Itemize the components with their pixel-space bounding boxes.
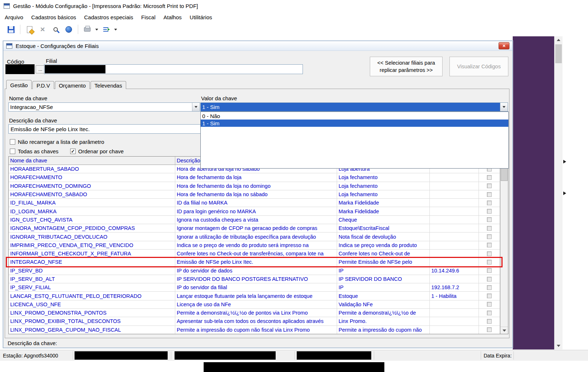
table-row[interactable]: LANCAR_ESTQ_FLUTUANTE_PELO_DETERIORADOLa…: [9, 292, 500, 300]
dropdown-option[interactable]: 0 - Não: [201, 112, 508, 120]
print-dropdown-button[interactable]: [94, 24, 100, 35]
menu-utilitarios[interactable]: Utilitários: [186, 12, 216, 22]
row-checkbox[interactable]: [487, 285, 492, 290]
checkbox-todas-as-chaves[interactable]: Todas as chaves: [10, 148, 59, 154]
row-checkbox[interactable]: [487, 201, 492, 205]
table-cell: IGN_CUST_CHQ_AVISTA: [9, 216, 175, 224]
table-row[interactable]: IGN_CUST_CHQ_AVISTAIgnora na custodia ch…: [9, 216, 500, 224]
view-codes-button[interactable]: Visualizar Códigos: [449, 57, 508, 76]
row-checkbox[interactable]: [487, 217, 492, 222]
tab-televendas[interactable]: Televendas: [91, 81, 126, 89]
table-row[interactable]: IGNORAR_TRIBUTACAO_DEVOLUCAOIgnorar a ut…: [9, 232, 500, 241]
scroll-down-icon[interactable]: [500, 327, 508, 334]
scrollbar-thumb[interactable]: [555, 44, 562, 63]
table-row[interactable]: INFORMAR_LOTE_CHECKOUT_X_PRE_FATURAConfe…: [9, 250, 500, 258]
table-row[interactable]: IMPRIMIR_PRECO_VENDA_ETIQ_PRE_VENCIDOInd…: [9, 241, 500, 250]
table-cell: ID_FILIAL_MARKA: [9, 199, 175, 207]
menu-atalhos[interactable]: Atalhos: [160, 12, 186, 22]
dropdown-option[interactable]: 1 - Sim: [201, 120, 508, 127]
table-row[interactable]: LINX_PROMO_EXIBIR_TOTAL_DESCONTOSApresen…: [9, 317, 500, 326]
table-cell: Ignorar a utilização de tributação espec…: [175, 232, 337, 240]
table-row[interactable]: IP_SERV_BDIP do servidor de dadosIP10.14…: [9, 267, 500, 275]
table-row[interactable]: HORAFECHAMENTO_SABADOHora de fechamento …: [9, 190, 500, 199]
table-cell: Confere lotes no Check-out de: [337, 250, 430, 258]
grid-scrollbar[interactable]: [500, 157, 508, 334]
menu-fiscal[interactable]: Fiscal: [137, 12, 159, 22]
row-checkbox[interactable]: [487, 277, 492, 282]
row-checkbox[interactable]: [487, 226, 492, 231]
checkbox-nao-recarregar[interactable]: Não recarregar a lista de parâmetro: [10, 139, 104, 145]
codigo-field[interactable]: [5, 64, 35, 74]
table-row[interactable]: ID_FILIAL_MARKAID da filial no MARKAMark…: [9, 199, 500, 207]
key-name-combo[interactable]: Integracao_NFSe: [8, 102, 200, 112]
menu-cadastros-basicos[interactable]: Cadastros básicos: [27, 12, 80, 22]
table-cell: LANCAR_ESTQ_FLUTUANTE_PELO_DETERIORADO: [9, 292, 175, 300]
row-checkbox[interactable]: [487, 268, 492, 273]
table-row[interactable]: IP_SERV_FILIALIP do servidor da filialIP…: [9, 283, 500, 292]
row-flag-cell: [479, 275, 500, 283]
row-checkbox[interactable]: [487, 327, 492, 332]
dialog-title: Estoque - Configurações de Filiais: [16, 43, 99, 49]
row-checkbox[interactable]: [487, 294, 492, 298]
table-row[interactable]: LINX_PROMO_DEMONSTRA_PONTOSPermite a dem…: [9, 309, 500, 317]
row-checkbox[interactable]: [487, 192, 492, 197]
chevron-down-icon[interactable]: [192, 103, 200, 111]
row-checkbox[interactable]: [487, 234, 492, 239]
row-checkbox[interactable]: [487, 319, 492, 324]
table-cell: IP_SERV_BD_ALT: [9, 275, 175, 283]
dialog-titlebar[interactable]: Estoque - Configurações de Filiais ✕: [3, 41, 512, 51]
tab-gestao[interactable]: Gestão: [6, 80, 32, 89]
table-cell: [430, 250, 479, 258]
table-row[interactable]: INTEGRACAO_NFSEEmissão de NFSe pelo Linx…: [9, 258, 500, 266]
search-icon: [53, 27, 58, 32]
table-row[interactable]: HORAFECHAMENTOHora de fechamento da loja…: [9, 173, 500, 182]
tab-pdv[interactable]: P.D.V: [32, 81, 54, 89]
table-cell: Licença de uso da NFe: [175, 300, 337, 308]
search-button[interactable]: [49, 24, 62, 35]
row-checkbox[interactable]: [487, 251, 492, 256]
row-flag-cell: [479, 250, 500, 258]
menu-cadastros-especiais[interactable]: Cadastros especiais: [80, 12, 137, 22]
expand-panel-icon[interactable]: [563, 191, 566, 195]
table-cell: ID_LOGIN_MARKA: [9, 207, 175, 215]
row-checkbox[interactable]: [487, 260, 492, 264]
table-cell: [430, 317, 479, 325]
close-button[interactable]: ✕: [499, 42, 509, 49]
replicate-button[interactable]: << Selecionar filiais para replicar parâ…: [370, 57, 443, 76]
menu-arquivo[interactable]: Arquivo: [1, 12, 27, 22]
value-dropdown-list[interactable]: 0 - Não1 - Sim: [200, 112, 509, 169]
table-row[interactable]: IGNORA_MONTAGEM_CFOP_PEDIDO_COMPRASIgnor…: [9, 224, 500, 232]
checkbox-ordenar-por-chave[interactable]: Ordenar por chave: [70, 148, 124, 154]
table-cell: Cheque: [337, 216, 430, 224]
table-cell: [430, 241, 479, 249]
new-button[interactable]: [23, 24, 36, 35]
row-checkbox[interactable]: [487, 183, 492, 188]
expand-panel-icon[interactable]: [563, 160, 566, 163]
column-header-nome-da-chave[interactable]: Nome da chave: [9, 157, 175, 165]
chevron-down-icon[interactable]: [500, 103, 508, 111]
scroll-down-icon[interactable]: [555, 342, 563, 349]
table-row[interactable]: ID_LOGIN_MARKAID para login genérico no …: [9, 207, 500, 215]
export-dropdown-button[interactable]: [113, 24, 119, 35]
table-row[interactable]: LINX_PROMO_GERA_CUPOM_NAO_FISCALPermite …: [9, 326, 500, 334]
delete-button[interactable]: ✕: [36, 24, 49, 35]
table-cell: Ignorar montagem de CFOP na geracao pedi…: [175, 224, 337, 232]
tab-orcamento[interactable]: Orçamento: [55, 81, 90, 89]
key-value-combo[interactable]: 1 - Sim: [200, 102, 508, 112]
vertical-scrollbar[interactable]: [554, 36, 563, 349]
table-row[interactable]: IP_SERV_BD_ALTIP SERVIDOR DO BANCO POSTG…: [9, 275, 500, 283]
table-cell: ID para login genérico no MARKA: [175, 207, 337, 215]
scroll-up-icon[interactable]: [555, 36, 563, 44]
statusbar-divider: [513, 351, 514, 360]
row-checkbox[interactable]: [487, 302, 492, 307]
row-checkbox[interactable]: [487, 243, 492, 247]
row-checkbox[interactable]: [487, 209, 492, 214]
row-checkbox[interactable]: [487, 175, 492, 180]
table-row[interactable]: HORAFECHAMENTO_DOMINGOHora de fechamento…: [9, 182, 500, 190]
save-button[interactable]: [4, 24, 17, 35]
print-button[interactable]: [81, 24, 94, 35]
export-button[interactable]: [100, 24, 113, 35]
info-button[interactable]: [62, 24, 75, 35]
table-row[interactable]: LICENCA_USO_NFELicença de uso da NFeVali…: [9, 300, 500, 309]
row-checkbox[interactable]: [487, 311, 492, 315]
